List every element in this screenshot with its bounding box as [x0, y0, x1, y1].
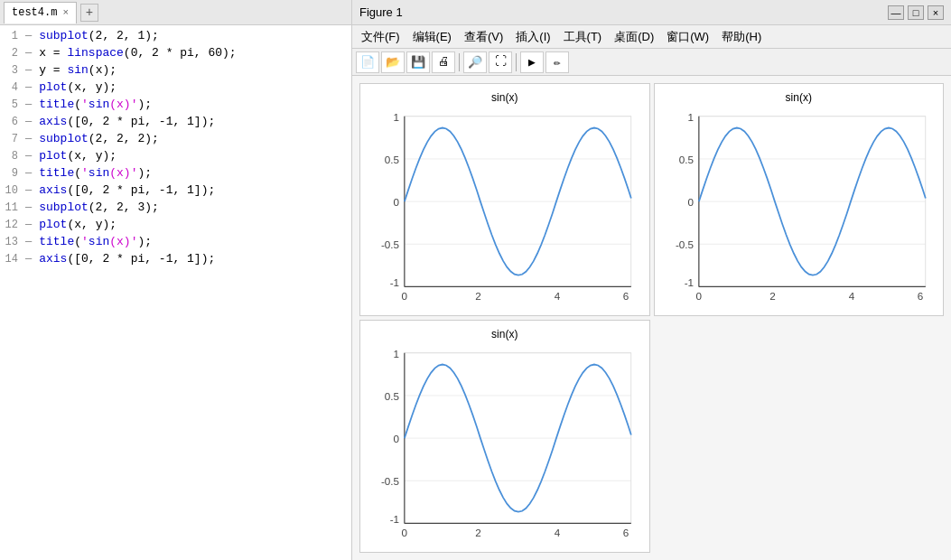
plot-2-title: sin(x)	[786, 91, 812, 104]
toolbar-save-icon[interactable]: 💾	[406, 51, 430, 73]
line-dash: —	[25, 98, 39, 111]
svg-text:6: 6	[917, 290, 922, 302]
new-tab-button[interactable]: +	[80, 4, 98, 22]
menu-item[interactable]: 编辑(E)	[407, 27, 457, 47]
svg-text:2: 2	[475, 527, 480, 538]
tab-label: test4.m	[12, 6, 57, 19]
window-controls: — □ ×	[888, 5, 944, 20]
code-text: y = sin(x);	[39, 63, 117, 77]
plot-3-title: sin(x)	[491, 328, 517, 341]
toolbar-print-icon[interactable]: 🖨	[432, 51, 455, 73]
toolbar-pan-icon[interactable]: ⛶	[489, 51, 512, 73]
line-number: 5	[4, 98, 25, 111]
code-text: axis([0, 2 * pi, -1, 1]);	[39, 252, 215, 266]
plot-3-svg: 1 0.5 0 -0.5 -1 0 2 4 6	[368, 342, 642, 545]
line-number: 14	[4, 253, 25, 266]
figure-titlebar: Figure 1 — □ ×	[352, 0, 951, 25]
svg-text:2: 2	[475, 290, 480, 302]
editor-tab[interactable]: test4.m ×	[4, 2, 77, 23]
code-line: 9—title('sin(x)');	[0, 166, 351, 183]
plot-2-svg: 1 0.5 0 -0.5 -1 0 2 4 6	[662, 106, 937, 308]
line-dash: —	[25, 201, 39, 214]
svg-text:0: 0	[394, 433, 400, 444]
minimize-button[interactable]: —	[888, 5, 904, 20]
line-dash: —	[25, 150, 39, 163]
figure-title: Figure 1	[359, 5, 403, 19]
code-text: plot(x, y);	[39, 149, 117, 163]
line-number: 3	[4, 64, 25, 77]
line-number: 10	[4, 184, 25, 197]
line-dash: —	[25, 81, 39, 94]
code-line: 11—subplot(2, 2, 3);	[0, 201, 351, 218]
line-dash: —	[25, 167, 39, 180]
menu-item[interactable]: 工具(T)	[558, 27, 608, 47]
figure-panel: Figure 1 — □ × 文件(F)编辑(E)查看(V)插入(I)工具(T)…	[352, 0, 951, 560]
code-line: 5—title('sin(x)');	[0, 98, 351, 115]
code-line: 2—x = linspace(0, 2 * pi, 60);	[0, 46, 351, 63]
plot-2-svg-wrap: 1 0.5 0 -0.5 -1 0 2 4 6	[662, 106, 937, 308]
svg-text:0: 0	[695, 290, 702, 302]
plot-1-svg: 1 0.5 0 -0.5 -1 0 2 4 6	[368, 106, 642, 308]
toolbar-open-icon[interactable]: 📂	[381, 51, 405, 73]
svg-text:-0.5: -0.5	[381, 238, 400, 250]
svg-text:-0.5: -0.5	[381, 475, 400, 487]
svg-text:-0.5: -0.5	[675, 238, 694, 250]
code-text: title('sin(x)');	[39, 166, 152, 180]
line-dash: —	[25, 30, 39, 42]
line-number: 12	[4, 219, 25, 231]
line-dash: —	[25, 219, 39, 231]
svg-text:4: 4	[555, 290, 561, 302]
code-line: 6—axis([0, 2 * pi, -1, 1]);	[0, 115, 351, 132]
svg-text:0: 0	[687, 196, 694, 208]
menu-item[interactable]: 文件(F)	[356, 27, 406, 47]
menu-item[interactable]: 窗口(W)	[661, 27, 714, 47]
code-text: axis([0, 2 * pi, -1, 1]);	[39, 183, 215, 197]
code-area: 1—subplot(2, 2, 1);2—x = linspace(0, 2 *…	[0, 25, 351, 560]
menu-item[interactable]: 桌面(D)	[609, 27, 659, 47]
plots-area: sin(x) 1 0.5 0 -0.5 -1 0 2 4 6	[352, 76, 951, 560]
line-number: 9	[4, 167, 25, 180]
code-line: 14—axis([0, 2 * pi, -1, 1]);	[0, 252, 351, 269]
toolbar-sep2	[516, 53, 517, 71]
menu-item[interactable]: 插入(I)	[510, 27, 555, 47]
code-line: 13—title('sin(x)');	[0, 235, 351, 252]
svg-text:0: 0	[394, 196, 400, 208]
menu-item[interactable]: 帮助(H)	[716, 27, 767, 47]
line-dash: —	[25, 116, 39, 128]
code-text: x = linspace(0, 2 * pi, 60);	[39, 46, 236, 60]
line-number: 8	[4, 150, 25, 163]
code-line: 8—plot(x, y);	[0, 149, 351, 166]
code-line: 7—subplot(2, 2, 2);	[0, 132, 351, 149]
figure-toolbar: 📄 📂 💾 🖨 🔎 ⛶ ▶ ✏	[352, 49, 951, 76]
plot-2: sin(x) 1 0.5 0 -0.5 -1 0 2 4 6	[654, 83, 945, 316]
toolbar-cursor-icon[interactable]: ▶	[520, 51, 544, 73]
plot-3-svg-wrap: 1 0.5 0 -0.5 -1 0 2 4 6	[368, 342, 642, 545]
toolbar-annotate-icon[interactable]: ✏	[545, 51, 569, 73]
line-dash: —	[25, 184, 39, 197]
close-button[interactable]: ×	[928, 5, 944, 20]
svg-text:1: 1	[394, 110, 399, 122]
line-dash: —	[25, 47, 39, 60]
line-number: 1	[4, 30, 25, 42]
svg-text:-1: -1	[390, 513, 399, 525]
toolbar-sep1	[459, 53, 460, 71]
line-dash: —	[25, 253, 39, 266]
toolbar-zoom-icon[interactable]: 🔎	[463, 51, 487, 73]
code-line: 4—plot(x, y);	[0, 80, 351, 98]
svg-text:0: 0	[402, 527, 408, 538]
code-text: plot(x, y);	[39, 218, 117, 231]
code-line: 3—y = sin(x);	[0, 63, 351, 80]
line-number: 6	[4, 116, 25, 128]
code-text: subplot(2, 2, 3);	[39, 201, 159, 214]
svg-text:1: 1	[687, 110, 693, 122]
tab-close-icon[interactable]: ×	[62, 8, 69, 18]
menu-item[interactable]: 查看(V)	[459, 27, 508, 47]
svg-text:-1: -1	[390, 276, 399, 288]
code-text: subplot(2, 2, 1);	[39, 29, 159, 42]
toolbar-new-icon[interactable]: 📄	[356, 51, 379, 73]
restore-button[interactable]: □	[908, 5, 924, 20]
line-number: 4	[4, 81, 25, 94]
line-number: 7	[4, 133, 25, 145]
code-line: 1—subplot(2, 2, 1);	[0, 29, 351, 46]
code-line: 12—plot(x, y);	[0, 218, 351, 235]
